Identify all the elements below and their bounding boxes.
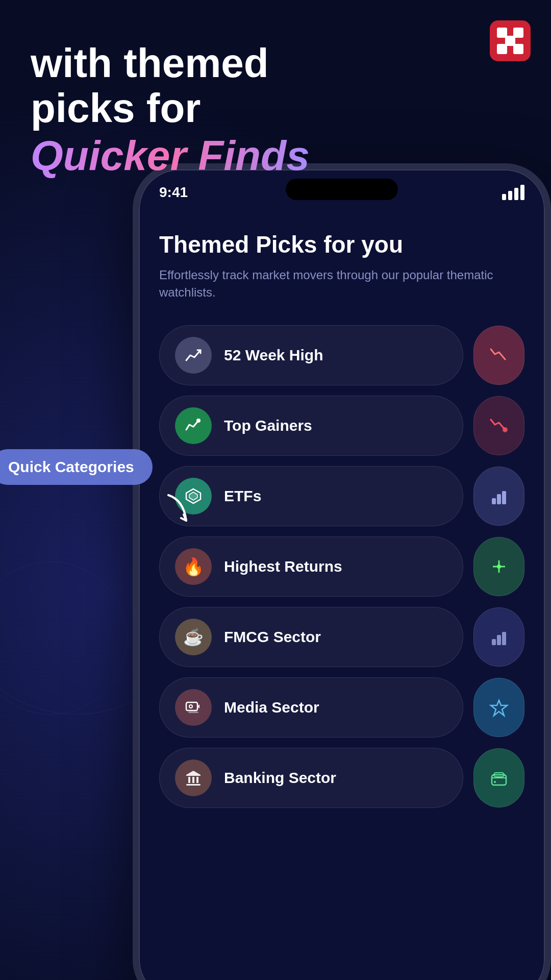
svg-rect-26 [192,777,194,783]
category-row-5: Media Sector [159,677,524,738]
app-logo[interactable] [490,20,531,61]
svg-rect-22 [188,712,198,713]
status-time: 9:41 [159,184,188,201]
label-highest-returns: Highest Returns [224,558,342,575]
svg-rect-25 [188,777,190,783]
status-icons [502,185,524,200]
category-item-banking-sector[interactable]: Banking Sector [159,748,463,808]
category-item-fmcg-sector[interactable]: ☕ FMCG Sector [159,607,463,667]
category-item-media-sector[interactable]: Media Sector [159,677,463,738]
label-etfs: ETFs [224,487,261,505]
partial-item-4[interactable] [473,607,524,667]
svg-marker-23 [491,700,507,716]
tooltip-arrow [158,490,199,531]
app-content: Themed Picks for you Effortlessly track … [139,210,545,980]
svg-point-6 [196,419,201,423]
category-item-top-gainers[interactable]: Top Gainers [159,396,463,456]
category-row-6: Banking Sector [159,748,524,808]
signal-bar-2 [508,191,512,200]
svg-rect-5 [505,36,515,46]
svg-rect-11 [497,494,501,504]
hero-line-1: with themed [31,41,310,86]
icon-banking-sector [175,760,212,796]
icon-highest-returns: 🔥 [175,548,212,585]
phone-frame: 9:41 Themed Picks for you Effortlessly t… [133,163,551,980]
category-row-0: 52 Week High [159,325,524,385]
category-row-2: ETFs [159,466,524,526]
svg-rect-27 [196,777,198,783]
signal-bar-3 [514,188,518,200]
icon-fmcg-sector: ☕ [175,619,212,655]
quick-categories-tooltip: Quick Categories [0,449,153,485]
svg-rect-12 [502,491,506,504]
svg-point-7 [503,427,508,432]
signal-bar-4 [520,185,524,200]
partial-item-1[interactable] [473,396,524,455]
svg-marker-24 [186,771,201,776]
svg-rect-18 [502,632,506,645]
icon-52-week-high [175,337,212,374]
category-row-3: 🔥 Highest Returns [159,536,524,597]
partial-item-3[interactable] [473,537,524,596]
partial-item-6[interactable] [473,748,524,807]
phone-mockup: 9:41 Themed Picks for you Effortlessly t… [133,163,551,980]
svg-rect-28 [186,784,201,786]
hero-gradient: Quicker Finds [31,131,310,181]
svg-point-31 [494,781,496,783]
signal-bar-1 [502,194,506,200]
tooltip-label: Quick Categories [8,458,134,475]
hero-line-2: picks for [31,86,310,131]
categories-list: 52 Week High [159,325,524,808]
svg-point-21 [189,705,192,708]
signal-indicator [502,185,524,200]
category-item-52-week-high[interactable]: 52 Week High [159,325,463,385]
category-item-etfs[interactable]: ETFs [159,466,463,526]
app-screen-subtitle: Effortlessly track market movers through… [159,266,524,301]
label-media-sector: Media Sector [224,699,319,716]
partial-item-5[interactable] [473,678,524,737]
icon-media-sector [175,689,212,726]
app-screen-title: Themed Picks for you [159,231,524,258]
svg-rect-17 [497,635,501,645]
partial-item-0[interactable] [473,326,524,385]
label-fmcg-sector: FMCG Sector [224,628,321,646]
category-item-highest-returns[interactable]: 🔥 Highest Returns [159,536,463,597]
svg-rect-10 [492,498,496,504]
category-row-4: ☕ FMCG Sector [159,607,524,667]
partial-item-2[interactable] [473,467,524,526]
label-banking-sector: Banking Sector [224,769,336,787]
icon-top-gainers [175,407,212,444]
dynamic-island [286,179,398,200]
hero-section: with themed picks for Quicker Finds [31,41,310,181]
label-52-week-high: 52 Week High [224,347,323,364]
svg-point-15 [497,565,501,569]
svg-rect-16 [492,639,496,645]
label-top-gainers: Top Gainers [224,417,312,434]
category-row-1: Top Gainers [159,396,524,456]
